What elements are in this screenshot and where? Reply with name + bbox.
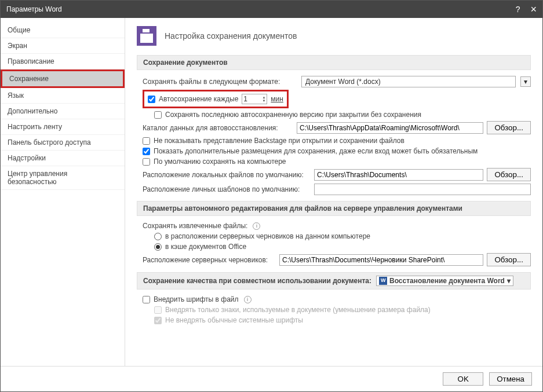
titlebar: Параметры Word ? × xyxy=(1,1,542,18)
drafts-path-input[interactable] xyxy=(279,254,483,266)
no-backstage-checkbox[interactable] xyxy=(143,137,150,145)
chevron-down-icon: ▾ xyxy=(507,277,511,285)
info-icon[interactable]: i xyxy=(253,222,260,230)
embed-fonts-checkbox[interactable] xyxy=(143,296,150,303)
templates-input[interactable] xyxy=(314,184,531,195)
close-button[interactable]: × xyxy=(530,3,537,16)
save-format-dropdown[interactable]: Документ Word (*.docx) xyxy=(301,76,516,87)
browse-drafts-button[interactable]: Обзор... xyxy=(487,253,531,266)
section-offline-editing: Параметры автономного редактирования для… xyxy=(137,201,531,216)
show-additional-checkbox[interactable] xyxy=(143,148,150,155)
sidebar-item-display[interactable]: Экран xyxy=(1,38,125,54)
browse-autorecover-button[interactable]: Обзор... xyxy=(487,121,531,134)
templates-label: Расположение личных шаблонов по умолчани… xyxy=(143,185,311,193)
embed-fonts-label: Внедрить шрифты в файл xyxy=(154,295,239,303)
window-title: Параметры Word xyxy=(6,5,62,13)
autosave-checkbox[interactable] xyxy=(148,96,155,103)
radio-server-drafts[interactable] xyxy=(154,233,162,240)
help-button[interactable]: ? xyxy=(516,5,520,14)
drafts-path-label: Расположение серверных черновиков: xyxy=(143,256,276,264)
save-extracted-label: Сохранять извлеченные файлы: xyxy=(143,222,247,230)
sidebar-item-trust-center[interactable]: Центр управления безопасностью xyxy=(1,166,125,190)
sidebar-item-general[interactable]: Общие xyxy=(1,23,125,38)
autorecover-path-input[interactable] xyxy=(297,122,483,134)
autosave-unit: мин xyxy=(271,95,283,103)
radio-office-cache[interactable] xyxy=(154,243,162,251)
no-backstage-label: Не показывать представление Backstage пр… xyxy=(154,137,404,145)
sidebar: Общие Экран Правописание Сохранение Язык… xyxy=(1,18,125,366)
autosave-highlight: Автосохранение каждые 1 ▲▼ мин xyxy=(143,90,289,108)
cancel-button[interactable]: Отмена xyxy=(489,372,532,386)
ok-button[interactable]: OK xyxy=(443,372,483,386)
save-to-pc-label: По умолчанию сохранять на компьютере xyxy=(154,157,286,166)
save-to-pc-checkbox[interactable] xyxy=(143,158,150,166)
info-icon[interactable]: i xyxy=(244,296,252,303)
content-pane: Настройка сохранения документов Сохранен… xyxy=(125,18,542,366)
sidebar-item-addins[interactable]: Надстройки xyxy=(1,151,125,166)
keep-last-autosaved-checkbox[interactable] xyxy=(154,111,162,119)
autosave-interval-input[interactable]: 1 ▲▼ xyxy=(242,94,267,104)
local-files-label: Расположение локальных файлов по умолчан… xyxy=(143,171,311,179)
save-icon xyxy=(137,26,156,46)
word-doc-icon xyxy=(379,277,387,285)
autorecover-path-label: Каталог данных для автовосстановления: xyxy=(143,124,293,132)
chevron-down-icon[interactable]: ▾ xyxy=(520,76,531,87)
sidebar-item-proofing[interactable]: Правописание xyxy=(1,54,125,69)
local-files-input[interactable] xyxy=(314,169,483,181)
sidebar-item-customize-ribbon[interactable]: Настроить ленту xyxy=(1,119,125,135)
radio-server-drafts-label: в расположении серверных черновиков на д… xyxy=(165,232,370,240)
radio-office-cache-label: в кэше документов Office xyxy=(165,243,246,251)
document-selector-dropdown[interactable]: Восстановление документа Word ▾ xyxy=(376,276,513,286)
page-title: Настройка сохранения документов xyxy=(165,31,297,41)
keep-last-autosaved-label: Сохранять последнюю автосохраненную верс… xyxy=(165,111,421,119)
no-system-fonts-checkbox xyxy=(154,317,162,324)
browse-local-files-button[interactable]: Обзор... xyxy=(487,168,531,181)
section-save-documents: Сохранение документов xyxy=(137,55,531,70)
autosave-label: Автосохранение каждые xyxy=(159,95,238,103)
spinner-icon[interactable]: ▲▼ xyxy=(262,96,265,102)
sidebar-item-advanced[interactable]: Дополнительно xyxy=(1,104,125,119)
embed-used-only-label: Внедрять только знаки, используемые в до… xyxy=(165,306,431,314)
sidebar-item-save[interactable]: Сохранение xyxy=(1,69,125,88)
dialog-footer: OK Отмена xyxy=(1,366,542,391)
embed-used-only-checkbox xyxy=(154,306,162,314)
sidebar-item-language[interactable]: Язык xyxy=(1,88,125,104)
no-system-fonts-label: Не внедрять обычные системные шрифты xyxy=(165,316,303,324)
show-additional-label: Показать дополнительные размещения для с… xyxy=(154,147,478,155)
section-preserve-fidelity: Сохранение качества при совместном испол… xyxy=(137,272,531,290)
save-format-label: Сохранять файлы в следующем формате: xyxy=(143,78,280,86)
sidebar-item-quick-access[interactable]: Панель быстрого доступа xyxy=(1,135,125,151)
